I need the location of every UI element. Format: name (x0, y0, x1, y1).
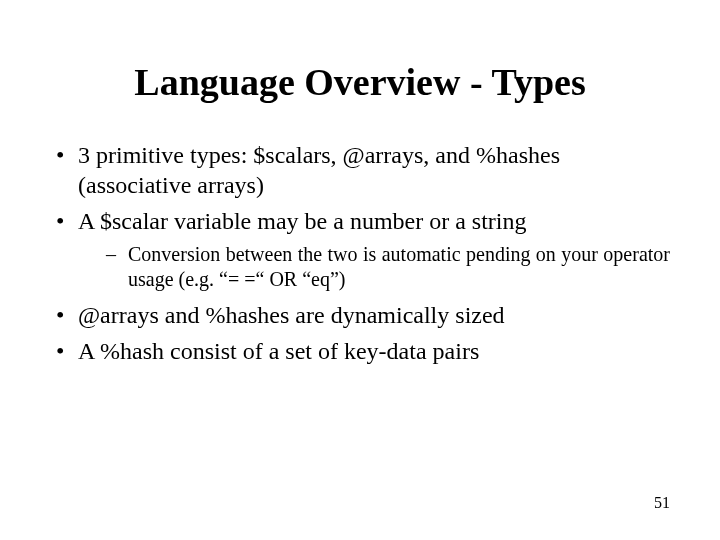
sub-bullet-item: Conversion between the two is automatic … (78, 242, 670, 292)
bullet-item: @arrays and %hashes are dynamically size… (50, 300, 670, 330)
slide-title: Language Overview - Types (50, 60, 670, 104)
slide: Language Overview - Types 3 primitive ty… (0, 0, 720, 540)
bullet-item: 3 primitive types: $scalars, @arrays, an… (50, 140, 670, 200)
page-number: 51 (654, 494, 670, 512)
sub-bullet-list: Conversion between the two is automatic … (78, 242, 670, 292)
bullet-list: 3 primitive types: $scalars, @arrays, an… (50, 140, 670, 366)
bullet-item: A %hash consist of a set of key-data pai… (50, 336, 670, 366)
bullet-text: A $scalar variable may be a number or a … (78, 208, 527, 234)
bullet-item: A $scalar variable may be a number or a … (50, 206, 670, 292)
